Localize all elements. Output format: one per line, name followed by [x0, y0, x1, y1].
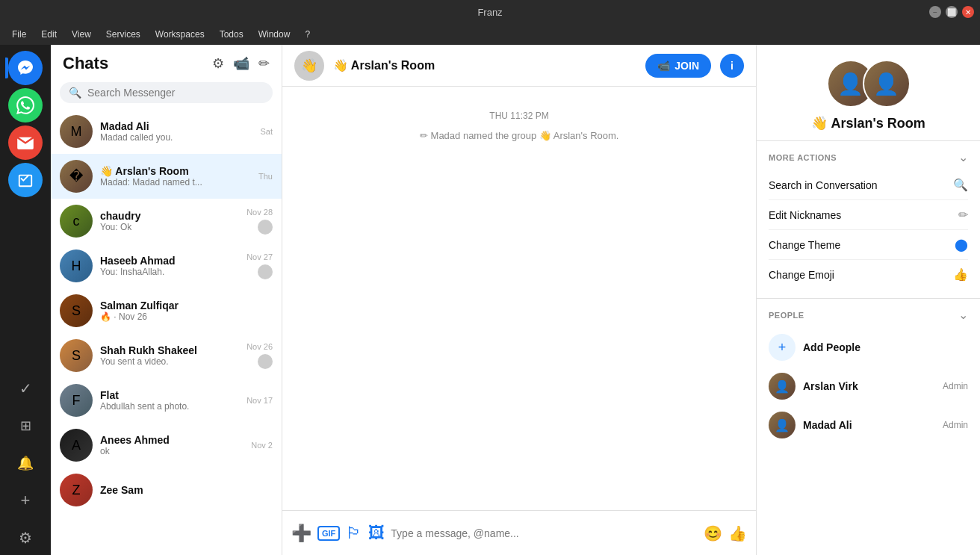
conv-msg-arslan-room: Madad: Madad named t...	[100, 177, 251, 187]
conv-name-anees-ahmed: Anees Ahmed	[100, 434, 244, 446]
right-sidebar: 👤 👤 👋 Arslan's Room MORE ACTIONS ⌄ Searc…	[756, 45, 980, 555]
photo-icon[interactable]: 🖼	[368, 524, 385, 543]
menu-file[interactable]: File	[6, 28, 32, 41]
person-role-madad: Admin	[943, 420, 968, 430]
conv-info-zee-sam: Zee Sam	[100, 484, 265, 496]
people-header: PEOPLE ⌄	[769, 308, 968, 322]
conv-name-arslan-room: 👋 Arslan's Room	[100, 165, 251, 177]
conv-item-zee-sam[interactable]: ZZee Sam	[51, 468, 282, 512]
sidebar-workspaces[interactable]: ⊞	[8, 409, 43, 443]
conv-item-madad-ali[interactable]: MMadad AliMadad called you.Sat	[51, 109, 282, 154]
message-input[interactable]	[391, 524, 698, 542]
action-change-emoji[interactable]: Change Emoji 👍	[769, 260, 968, 289]
action-edit-nicknames[interactable]: Edit Nicknames ✏	[769, 200, 968, 230]
conv-item-arslan-room[interactable]: �👋 Arslan's RoomMadad: Madad named t...T…	[51, 154, 282, 199]
gmail-icon	[17, 136, 34, 149]
info-button[interactable]: i	[720, 54, 744, 78]
more-actions-header: MORE ACTIONS ⌄	[769, 150, 968, 164]
add-people-label: Add People	[803, 341, 860, 353]
conv-name-flat: Flat	[100, 389, 239, 401]
menu-todos[interactable]: Todos	[214, 28, 249, 41]
chat-list-title: Chats	[63, 54, 108, 73]
more-actions-title: MORE ACTIONS	[769, 153, 837, 162]
conv-meta-madad-ali: Sat	[260, 127, 273, 136]
conv-badge-haseeb-ahmad	[258, 264, 273, 279]
conv-avatar-flat: F	[60, 384, 93, 417]
search-box: 🔍	[60, 82, 273, 103]
conv-name-chaudry: chaudry	[100, 210, 239, 222]
sidebar-item-gmail[interactable]	[8, 125, 43, 160]
chat-main: 👋 👋 Arslan's Room 📹 JOIN i THU 11:32 PM …	[282, 45, 756, 555]
sidebar-item-whatsapp[interactable]	[8, 88, 43, 123]
sticker-icon[interactable]: 🏳	[346, 524, 362, 543]
conv-time-anees-ahmed: Nov 2	[251, 441, 273, 450]
person-name-madad: Madad Ali	[803, 419, 935, 431]
conv-info-anees-ahmed: Anees Ahmedok	[100, 434, 244, 456]
conv-time-flat: Nov 17	[246, 396, 273, 405]
search-input[interactable]	[87, 87, 264, 99]
person-avatar-arslan: 👤	[769, 373, 796, 400]
conv-meta-haseeb-ahmad: Nov 27	[246, 252, 273, 279]
conv-info-shah-rukh: Shah Rukh ShakeelYou sent a video.	[100, 344, 239, 367]
chat-header-avatar: 👋	[294, 51, 324, 81]
close-button[interactable]: ✕	[962, 6, 974, 18]
conv-item-salman-zulfiqar[interactable]: SSalman Zulfiqar🔥 · Nov 26	[51, 288, 282, 333]
conv-item-flat[interactable]: FFlatAbdullah sent a photo.Nov 17	[51, 378, 282, 423]
sidebar-item-messenger[interactable]	[8, 51, 43, 85]
conv-item-shah-rukh[interactable]: SShah Rukh ShakeelYou sent a video.Nov 2…	[51, 333, 282, 378]
sidebar-notifications[interactable]: 🔔	[8, 446, 43, 480]
profile-room-name: 👋 Arslan's Room	[811, 115, 925, 131]
add-people-icon: +	[769, 334, 796, 361]
action-search-label: Search in Conversation	[769, 179, 878, 191]
like-icon[interactable]: 👍	[728, 524, 747, 542]
conv-msg-anees-ahmed: ok	[100, 446, 244, 456]
add-people-row[interactable]: + Add People	[769, 328, 968, 367]
menu-window[interactable]: Window	[252, 28, 297, 41]
chat-list-header: Chats ⚙ 📹 ✏	[51, 45, 282, 79]
minimize-button[interactable]: −	[929, 6, 941, 18]
emoji-icon[interactable]: 😊	[704, 524, 722, 542]
conv-time-shah-rukh: Nov 26	[246, 342, 273, 351]
conv-avatar-madad-ali: M	[60, 115, 93, 148]
person-role-arslan: Admin	[943, 381, 968, 391]
menu-view[interactable]: View	[66, 28, 97, 41]
conv-info-arslan-room: 👋 Arslan's RoomMadad: Madad named t...	[100, 165, 251, 187]
sidebar-add-service[interactable]: +	[8, 483, 43, 518]
collapse-icon[interactable]: ⌄	[958, 150, 968, 164]
conv-name-haseeb-ahmad: Haseeb Ahmad	[100, 255, 239, 267]
join-button[interactable]: 📹 JOIN	[645, 54, 711, 78]
action-change-theme[interactable]: Change Theme ⬤	[769, 230, 968, 260]
conv-info-haseeb-ahmad: Haseeb AhmadYou: InshaAllah.	[100, 255, 239, 277]
sidebar-settings[interactable]: ⚙	[8, 521, 43, 555]
sidebar-item-tasks[interactable]	[8, 163, 43, 197]
person-arslan-virk: 👤 Arslan Virk Admin	[769, 367, 968, 406]
chat-body: THU 11:32 PM ✏ Madad named the group 👋 A…	[282, 87, 756, 510]
menu-workspaces[interactable]: Workspaces	[149, 28, 211, 41]
menu-edit[interactable]: Edit	[35, 28, 63, 41]
conv-name-zee-sam: Zee Sam	[100, 484, 265, 496]
person-avatar-madad: 👤	[769, 412, 796, 438]
action-search-conversation[interactable]: Search in Conversation 🔍	[769, 170, 968, 200]
conv-msg-salman-zulfiqar: 🔥 · Nov 26	[100, 311, 265, 322]
menu-help[interactable]: ?	[299, 28, 316, 41]
conv-item-haseeb-ahmad[interactable]: HHaseeb AhmadYou: InshaAllah.Nov 27	[51, 244, 282, 288]
video-call-icon[interactable]: 📹	[233, 55, 249, 72]
conv-time-haseeb-ahmad: Nov 27	[246, 252, 273, 261]
add-icon[interactable]: ➕	[291, 524, 311, 543]
settings-icon[interactable]: ⚙	[212, 55, 224, 72]
conv-msg-madad-ali: Madad called you.	[100, 132, 252, 143]
conv-avatar-shah-rukh: S	[60, 339, 93, 372]
conv-info-madad-ali: Madad AliMadad called you.	[100, 120, 252, 143]
conv-item-anees-ahmed[interactable]: AAnees AhmedokNov 2	[51, 423, 282, 468]
chat-input-bar: ➕ GIF 🏳 🖼 😊 👍	[282, 510, 756, 555]
thumbsup-action-icon: 👍	[953, 267, 968, 282]
menu-services[interactable]: Services	[100, 28, 146, 41]
sidebar-todo[interactable]: ✓	[8, 371, 43, 406]
right-profile: 👤 👤 👋 Arslan's Room	[757, 45, 980, 141]
people-collapse-icon[interactable]: ⌄	[958, 308, 968, 322]
menubar: File Edit View Services Workspaces Todos…	[0, 24, 980, 45]
conv-item-chaudry[interactable]: cchaudryYou: OkNov 28	[51, 199, 282, 244]
compose-icon[interactable]: ✏	[258, 55, 270, 72]
maximize-button[interactable]: ⬜	[946, 6, 958, 18]
gif-button[interactable]: GIF	[317, 526, 340, 541]
